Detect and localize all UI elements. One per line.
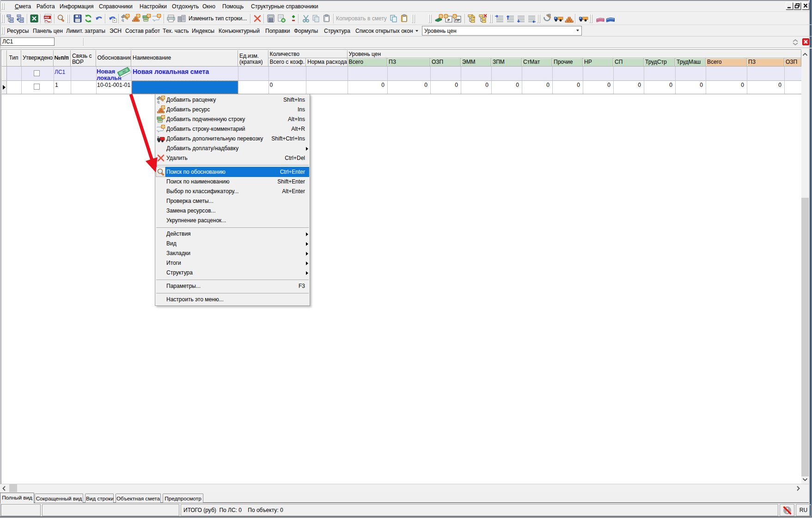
svg-text:P: P [447,18,450,22]
svg-text:PDF: PDF [44,16,50,19]
svg-text:*: * [114,19,115,23]
svg-text:ПР: ПР [455,18,460,22]
